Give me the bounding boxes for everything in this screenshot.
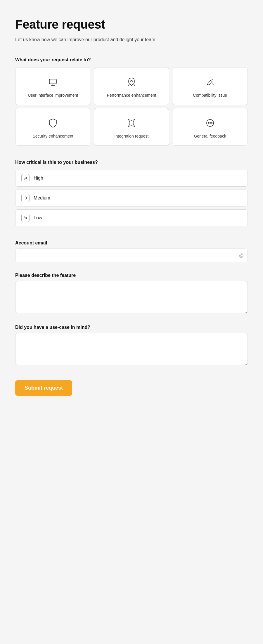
category-card-feedback[interactable]: General feedback: [172, 108, 248, 146]
criticality-section: How critical is this to your business? H…: [15, 160, 248, 226]
category-card-compatibility[interactable]: Compatibility issue: [172, 67, 248, 105]
svg-line-6: [128, 125, 130, 126]
email-section: Account email @: [15, 240, 248, 262]
category-grid: User interface improvement Performance e…: [15, 67, 248, 146]
criticality-option-high[interactable]: High: [15, 170, 248, 187]
category-card-integration[interactable]: Integration request: [94, 108, 169, 146]
criticality-label-medium: Medium: [34, 195, 50, 201]
category-label-integration: Integration request: [115, 133, 149, 139]
page-container: Feature request Let us know how we can i…: [0, 0, 263, 644]
page-title: Feature request: [15, 18, 248, 32]
svg-point-17: [208, 122, 209, 123]
feature-label: Please describe the feature: [15, 273, 248, 278]
monitor-icon: [46, 76, 59, 88]
criticality-label-low: Low: [34, 215, 42, 221]
arrow-right-icon: [21, 194, 30, 202]
usecase-textarea[interactable]: [15, 333, 248, 365]
arrow-up-right-icon: [21, 174, 30, 182]
svg-line-20: [24, 177, 27, 179]
usecase-section: Did you have a use-case in mind?: [15, 325, 248, 366]
signal-slash-icon: [204, 76, 217, 88]
category-label-feedback: General feedback: [194, 133, 226, 139]
category-label-security: Security enhancement: [33, 133, 73, 139]
feature-section: Please describe the feature: [15, 273, 248, 314]
category-label-performance: Performance enhancement: [107, 93, 156, 98]
rocket-icon: [125, 76, 138, 88]
svg-line-5: [133, 119, 135, 121]
arrow-down-right-icon: [21, 214, 30, 222]
submit-button[interactable]: Submit request: [15, 380, 72, 396]
usecase-label: Did you have a use-case in mind?: [15, 325, 248, 330]
category-card-performance[interactable]: Performance enhancement: [94, 67, 169, 105]
category-card-security[interactable]: Security enhancement: [15, 108, 91, 146]
criticality-option-medium[interactable]: Medium: [15, 190, 248, 206]
category-section-label: What does your request relate to?: [15, 57, 248, 63]
category-label-compatibility: Compatibility issue: [193, 93, 227, 98]
svg-point-18: [210, 122, 210, 123]
email-input[interactable]: [15, 249, 248, 262]
category-label-ui: User interface improvement: [28, 93, 78, 98]
message-dots-icon: [204, 117, 217, 129]
shield-icon: [46, 117, 59, 129]
svg-line-2: [212, 84, 214, 85]
criticality-option-low[interactable]: Low: [15, 209, 248, 226]
svg-point-19: [211, 122, 212, 123]
feature-textarea[interactable]: [15, 281, 248, 313]
svg-rect-0: [49, 79, 56, 84]
category-section: What does your request relate to? User i…: [15, 57, 248, 146]
email-input-wrapper: @: [15, 249, 248, 262]
page-subtitle: Let us know how we can improve our produ…: [15, 36, 248, 43]
svg-point-1: [131, 80, 132, 82]
email-label: Account email: [15, 240, 248, 246]
criticality-options: High Medium Low: [15, 170, 248, 226]
criticality-section-label: How critical is this to your business?: [15, 160, 248, 165]
svg-line-22: [24, 217, 27, 219]
plug-icon: [125, 117, 138, 129]
criticality-label-high: High: [34, 176, 43, 181]
category-card-ui[interactable]: User interface improvement: [15, 67, 91, 105]
svg-line-7: [133, 125, 135, 126]
svg-line-4: [128, 119, 130, 121]
